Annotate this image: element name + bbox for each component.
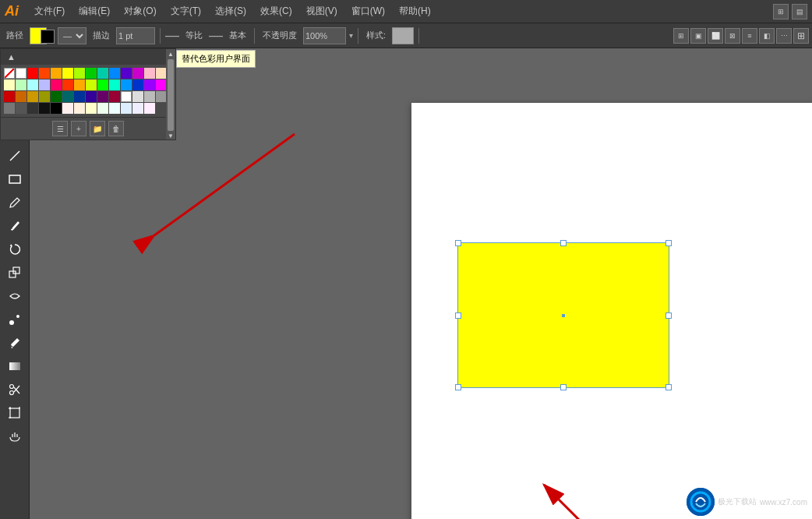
swatch-delete-btn[interactable]: 🗑 (108, 121, 124, 136)
swatch-gray6[interactable] (16, 103, 26, 114)
menu-edit[interactable]: 编辑(E) (72, 2, 116, 21)
menu-help[interactable]: 帮助(H) (393, 2, 437, 21)
align-icon[interactable]: ⊞ (673, 28, 689, 44)
swatch-none[interactable] (4, 68, 15, 79)
swatch-folder-btn[interactable]: 📁 (90, 121, 105, 136)
handle-bottom-center[interactable] (560, 384, 567, 390)
swatch-r5[interactable] (74, 68, 85, 79)
swatch-3-10[interactable] (62, 91, 73, 102)
handle-bottom-left[interactable] (455, 384, 461, 390)
swatch-2-9[interactable] (74, 79, 85, 90)
handle-mid-right[interactable] (665, 312, 672, 319)
swatch-black[interactable] (51, 103, 62, 114)
arrange-btn[interactable]: ▣ (690, 28, 706, 44)
rotate-tool[interactable] (4, 238, 26, 260)
swatch-r9[interactable] (121, 68, 132, 79)
menu-select[interactable]: 选择(S) (209, 2, 252, 21)
stroke-type-select[interactable]: — (58, 27, 86, 44)
hand-tool[interactable] (4, 425, 26, 447)
swatch-2-5[interactable] (27, 79, 38, 90)
swatch-gray5[interactable] (4, 103, 15, 114)
rectangle-tool[interactable] (4, 168, 26, 190)
swatch-5-7[interactable] (132, 103, 143, 114)
swatch-2-7[interactable] (51, 79, 62, 90)
handle-bottom-right[interactable] (665, 384, 672, 390)
swatch-r8[interactable] (109, 68, 120, 79)
menu-text[interactable]: 文字(T) (164, 2, 207, 21)
menu-object[interactable]: 对象(O) (118, 2, 162, 21)
layer-icon[interactable]: ◧ (759, 28, 775, 44)
menu-window[interactable]: 窗口(W) (345, 2, 391, 21)
swatch-new-btn[interactable]: + (71, 121, 86, 136)
opacity-arrow[interactable]: ▾ (349, 31, 353, 40)
swatch-menu-btn[interactable]: ☰ (52, 121, 68, 136)
swatch-r10[interactable] (132, 68, 143, 79)
swatch-4-2[interactable] (109, 91, 120, 102)
swatch-5-3[interactable] (86, 103, 97, 114)
swatch-3-11[interactable] (74, 91, 85, 102)
swatch-2-10[interactable] (86, 79, 97, 90)
swatch-r3[interactable] (51, 68, 62, 79)
swatch-3-5[interactable] (4, 91, 15, 102)
swatch-3-9[interactable] (51, 91, 62, 102)
blend-tool[interactable] (4, 309, 26, 330)
artboard-tool[interactable] (4, 402, 26, 424)
swatch-5-5[interactable] (109, 103, 120, 114)
selected-object[interactable] (458, 243, 669, 387)
swatch-gray1[interactable] (121, 91, 132, 102)
swatch-gray2[interactable] (132, 91, 143, 102)
swatch-5-6[interactable] (121, 103, 132, 114)
handle-top-right[interactable] (665, 240, 672, 246)
swatch-3-4[interactable] (156, 79, 167, 90)
swatch-2-1[interactable] (144, 68, 155, 79)
transform-icon[interactable]: ⬜ (708, 28, 723, 44)
swatch-r2[interactable] (39, 68, 50, 79)
yellow-rectangle[interactable] (458, 243, 669, 387)
swatch-gray8[interactable] (39, 103, 50, 114)
more-icon[interactable]: ⋯ (776, 28, 792, 44)
scroll-down[interactable]: ▼ (168, 132, 174, 139)
swatch-4-1[interactable] (97, 91, 108, 102)
swatch-5-4[interactable] (97, 103, 108, 114)
swatch-2-6[interactable] (39, 79, 50, 90)
style-box[interactable] (392, 27, 414, 44)
swatch-r1[interactable] (27, 68, 38, 79)
gradient-tool[interactable] (4, 355, 26, 377)
swatch-2-3[interactable] (4, 79, 15, 90)
swatch-2-2[interactable] (156, 68, 167, 79)
scale-tool[interactable] (4, 262, 26, 284)
swatch-3-2[interactable] (132, 79, 143, 90)
menu-view[interactable]: 视图(V) (300, 2, 344, 21)
swatch-2-12[interactable] (109, 79, 120, 90)
line-tool[interactable] (4, 145, 26, 167)
swatch-3-3[interactable] (144, 79, 155, 90)
swatch-3-12[interactable] (86, 91, 97, 102)
scroll-up[interactable]: ▲ (168, 51, 174, 58)
workspace-icon[interactable]: ⊞ (773, 4, 789, 19)
swatch-5-2[interactable] (74, 103, 85, 114)
swatch-white[interactable] (16, 68, 26, 79)
swatch-3-6[interactable] (16, 91, 26, 102)
stroke-color-box[interactable] (41, 30, 55, 44)
stroke-weight-input[interactable] (116, 27, 155, 44)
swatch-r6[interactable] (86, 68, 97, 79)
swatch-gray7[interactable] (27, 103, 38, 114)
stroke-panel-icon[interactable]: ≡ (742, 28, 757, 44)
handle-top-center[interactable] (560, 240, 567, 246)
scissors-tool[interactable] (4, 379, 26, 401)
pencil-tool[interactable] (4, 192, 26, 214)
brush-tool[interactable] (4, 215, 26, 237)
swatch-3-1[interactable] (121, 79, 132, 90)
swatch-r7[interactable] (97, 68, 108, 79)
menu-file[interactable]: 文件(F) (28, 2, 71, 21)
eyedropper-tool[interactable] (4, 332, 26, 354)
grid-icon[interactable]: ⊞ (793, 28, 809, 44)
swatch-2-4[interactable] (16, 79, 26, 90)
swatch-2-8[interactable] (62, 79, 73, 90)
handle-mid-left[interactable] (455, 312, 461, 319)
arrange-icon[interactable]: ▤ (792, 4, 807, 19)
pathfinder-icon[interactable]: ⊠ (725, 28, 740, 44)
swatches-panel-scroll-up[interactable]: ▲ (7, 52, 16, 62)
swatch-3-8[interactable] (39, 91, 50, 102)
swatch-gray3[interactable] (144, 91, 155, 102)
